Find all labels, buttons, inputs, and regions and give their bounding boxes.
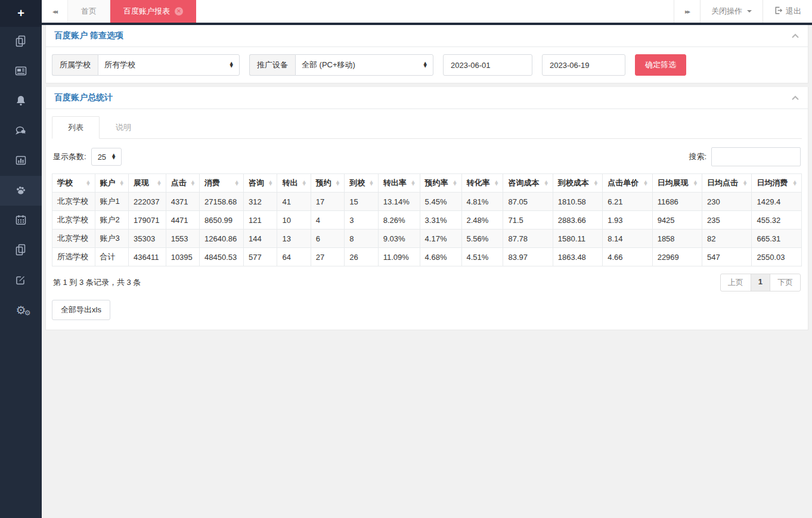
collapse-stats-button[interactable] <box>791 95 799 101</box>
column-header-0[interactable]: 学校▲▼ <box>52 174 95 193</box>
sidebar-item-notifications[interactable] <box>0 86 42 116</box>
sort-icon[interactable]: ▲▼ <box>794 181 796 185</box>
sort-icon[interactable]: ▲▼ <box>644 181 647 185</box>
sidebar-item-calendar[interactable] <box>0 206 42 235</box>
sidebar-item-edit[interactable] <box>0 265 42 295</box>
column-header-1[interactable]: 账户▲▼ <box>95 174 128 193</box>
sort-icon[interactable]: ▲▼ <box>544 181 547 185</box>
sort-icon[interactable]: ▲▼ <box>453 181 456 185</box>
sort-icon[interactable]: ▲▼ <box>235 181 238 185</box>
sort-icon[interactable]: ▲▼ <box>269 181 272 185</box>
sort-icon[interactable]: ▲▼ <box>495 181 498 185</box>
column-header-14[interactable]: 点击单价▲▼ <box>603 174 652 193</box>
start-date-input[interactable] <box>443 54 532 76</box>
sort-icon[interactable]: ▲▼ <box>191 181 194 185</box>
table-cell: 13 <box>277 229 311 248</box>
prev-page-button[interactable]: 上页 <box>720 274 751 291</box>
filter-panel-heading: 百度账户 筛查选项 <box>46 25 808 47</box>
table-cell: 北京学校 <box>52 193 95 211</box>
table-cell: 71.5 <box>503 211 553 229</box>
page-1-button[interactable]: 1 <box>751 274 770 291</box>
calendar-icon <box>14 213 28 229</box>
table-cell: 账户1 <box>95 193 128 211</box>
sort-icon[interactable]: ▲▼ <box>86 181 89 185</box>
scroll-tabs-right-button[interactable]: ▸▸ <box>674 0 700 23</box>
page-size-value: 25 <box>98 153 106 162</box>
close-operations-dropdown[interactable]: 关闭操作 <box>700 0 763 23</box>
page-size-select[interactable]: 25 ▲▼ <box>91 148 122 166</box>
collapse-filter-button[interactable] <box>791 33 799 39</box>
table-toolbar: 显示条数: 25 ▲▼ 搜索: <box>53 147 801 166</box>
select-arrows-icon: ▲▼ <box>112 154 115 160</box>
column-header-11[interactable]: 转化率▲▼ <box>461 174 503 193</box>
column-header-6[interactable]: 转出▲▼ <box>277 174 311 193</box>
column-header-9[interactable]: 转出率▲▼ <box>378 174 420 193</box>
table-cell: 436411 <box>129 248 166 266</box>
table-cell: 2883.66 <box>553 211 602 229</box>
column-header-2[interactable]: 展现▲▼ <box>129 174 166 193</box>
apply-filter-button[interactable]: 确定筛选 <box>635 54 686 76</box>
tab-baidu-report[interactable]: 百度账户报表 ✕ <box>110 0 196 23</box>
add-button[interactable]: + <box>0 0 42 27</box>
export-xls-button[interactable]: 全部导出xls <box>52 300 110 320</box>
table-cell: 577 <box>243 248 277 266</box>
sidebar-item-news[interactable] <box>0 57 42 86</box>
tab-help[interactable]: 说明 <box>100 116 147 139</box>
tab-list[interactable]: 列表 <box>52 116 100 139</box>
column-header-13[interactable]: 到校成本▲▼ <box>553 174 602 193</box>
table-cell: 8 <box>345 229 378 248</box>
scroll-tabs-left-button[interactable]: ◂◂ <box>42 0 68 23</box>
sort-icon[interactable]: ▲▼ <box>694 181 697 185</box>
column-label: 到校 <box>349 178 365 188</box>
table-cell: 账户3 <box>95 229 128 248</box>
column-header-7[interactable]: 预约▲▼ <box>311 174 344 193</box>
table-row[interactable]: 北京学校账户217907144718650.9912110438.26%3.31… <box>52 211 802 229</box>
search-input[interactable] <box>711 147 801 166</box>
edit-icon <box>14 272 28 289</box>
sort-icon[interactable]: ▲▼ <box>411 181 414 185</box>
sort-icon[interactable]: ▲▼ <box>157 181 160 185</box>
sidebar-item-settings[interactable]: ⚙⚙ <box>0 295 42 325</box>
column-header-4[interactable]: 消费▲▼ <box>200 174 244 193</box>
sort-icon[interactable]: ▲▼ <box>594 181 597 185</box>
double-left-arrow-icon: ◂◂ <box>52 8 57 15</box>
table-row[interactable]: 所选学校合计4364111039548450.5357764272611.09%… <box>52 248 802 266</box>
sidebar-item-documents[interactable] <box>0 27 42 57</box>
column-header-16[interactable]: 日均点击▲▼ <box>702 174 752 193</box>
table-cell: 12640.86 <box>200 229 244 248</box>
table-cell: 4.17% <box>420 229 461 248</box>
sort-icon[interactable]: ▲▼ <box>302 181 305 185</box>
device-select[interactable]: 全部 (PC+移动) ▲▼ <box>295 54 433 76</box>
sort-icon[interactable]: ▲▼ <box>120 181 123 185</box>
table-row[interactable]: 北京学校账户1222037437127158.6831241171513.14%… <box>52 193 802 211</box>
sort-icon[interactable]: ▲▼ <box>743 181 746 185</box>
sidebar-item-files[interactable] <box>0 235 42 265</box>
column-header-12[interactable]: 咨询成本▲▼ <box>503 174 553 193</box>
column-header-10[interactable]: 预约率▲▼ <box>420 174 461 193</box>
close-tab-icon[interactable]: ✕ <box>175 7 183 15</box>
table-cell: 455.32 <box>752 211 802 229</box>
school-select[interactable]: 所有学校 ▲▼ <box>98 54 240 76</box>
next-page-button[interactable]: 下页 <box>770 274 801 291</box>
column-header-17[interactable]: 日均消费▲▼ <box>752 174 802 193</box>
sidebar-item-messages[interactable] <box>0 116 42 146</box>
sort-icon[interactable]: ▲▼ <box>336 181 339 185</box>
column-label: 到校成本 <box>558 178 589 188</box>
table-cell: 179071 <box>129 211 166 229</box>
tab-home[interactable]: 首页 <box>68 0 110 23</box>
sidebar-item-reports[interactable] <box>0 146 42 176</box>
filter-panel-body: 所属学校 所有学校 ▲▼ 推广设备 全部 (PC+移动) ▲▼ <box>46 47 808 83</box>
sort-icon[interactable]: ▲▼ <box>370 181 373 185</box>
table-cell: 15 <box>345 193 378 211</box>
content: 百度账户 筛查选项 所属学校 所有学校 ▲▼ <box>42 25 812 518</box>
column-label: 消费 <box>204 178 220 188</box>
logout-button[interactable]: 退出 <box>763 0 812 23</box>
bar-chart-icon <box>14 153 28 169</box>
column-header-15[interactable]: 日均展现▲▼ <box>652 174 702 193</box>
table-row[interactable]: 北京学校账户335303155312640.8614413689.03%4.17… <box>52 229 802 248</box>
column-header-8[interactable]: 到校▲▼ <box>345 174 378 193</box>
column-header-5[interactable]: 咨询▲▼ <box>243 174 277 193</box>
sidebar-item-baidu[interactable] <box>0 176 42 206</box>
column-header-3[interactable]: 点击▲▼ <box>166 174 199 193</box>
end-date-input[interactable] <box>542 54 625 76</box>
